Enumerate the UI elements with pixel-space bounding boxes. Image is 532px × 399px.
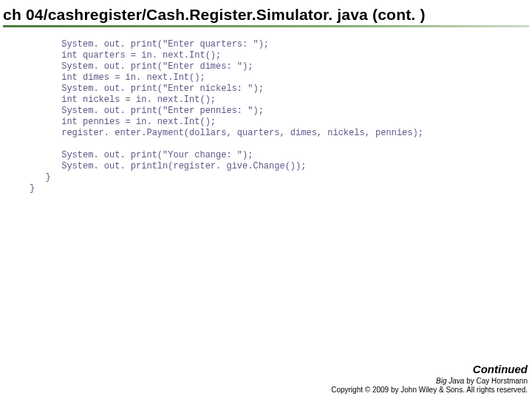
- page-title: ch 04/cashregister/Cash.Register.Simulat…: [3, 6, 529, 24]
- slide-footer: Continued Big Java by Cay Horstmann Copy…: [331, 363, 528, 395]
- slide-header: ch 04/cashregister/Cash.Register.Simulat…: [0, 0, 532, 29]
- continued-label: Continued: [331, 363, 528, 375]
- book-author: by Cay Horstmann: [464, 377, 528, 385]
- copyright-line: Big Java by Cay Horstmann Copyright © 20…: [331, 377, 528, 395]
- title-underline: [3, 25, 529, 27]
- copyright-text: Copyright © 2009 by John Wiley & Sons. A…: [331, 386, 528, 394]
- code-listing: System. out. print("Enter quarters: "); …: [0, 29, 532, 194]
- book-title: Big Java: [436, 377, 464, 385]
